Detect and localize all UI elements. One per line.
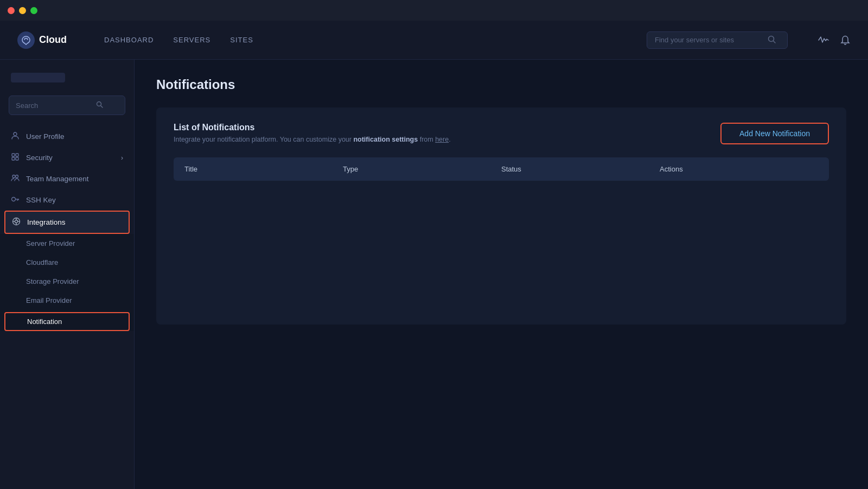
svg-point-16 xyxy=(15,220,18,223)
user-avatar-placeholder xyxy=(11,73,65,82)
svg-point-10 xyxy=(16,175,18,178)
svg-rect-5 xyxy=(12,154,15,156)
team-management-icon xyxy=(11,174,20,184)
panel-header: List of Notifications Integrate your not… xyxy=(174,123,829,144)
panel-title: List of Notifications xyxy=(174,123,451,132)
add-notification-button[interactable]: Add New Notification xyxy=(720,123,829,144)
table-header: Title Type Status Actions xyxy=(174,157,829,181)
sidebar-subitem-email-provider[interactable]: Email Provider xyxy=(0,291,134,310)
global-search[interactable] xyxy=(647,31,788,49)
main-layout: User Profile Security › xyxy=(0,60,868,489)
sidebar-subitem-storage-provider[interactable]: Storage Provider xyxy=(0,272,134,291)
sidebar-subitem-notification[interactable]: Notification xyxy=(4,312,130,331)
svg-point-11 xyxy=(12,198,16,201)
svg-line-3 xyxy=(101,106,103,108)
logo-icon xyxy=(17,31,35,49)
integrations-icon xyxy=(12,217,21,227)
global-search-input[interactable] xyxy=(655,36,763,44)
subitem-label: Cloudflare xyxy=(26,258,58,266)
maximize-button[interactable] xyxy=(30,7,37,14)
svg-line-1 xyxy=(774,41,776,43)
sidebar-item-integrations[interactable]: Integrations xyxy=(4,211,130,234)
sidebar-item-ssh-key[interactable]: SSH Key xyxy=(0,189,134,211)
nav-dashboard[interactable]: DASHBOARD xyxy=(104,36,154,44)
titlebar xyxy=(0,0,868,21)
sidebar-item-label: Security xyxy=(26,154,53,162)
col-status: Status xyxy=(501,165,660,173)
subitem-label: Storage Provider xyxy=(26,277,79,285)
bell-icon[interactable] xyxy=(840,35,851,46)
sidebar-search-icon xyxy=(96,100,103,110)
sidebar-item-label: SSH Key xyxy=(26,196,56,204)
subitem-label: Email Provider xyxy=(26,296,72,304)
table-body xyxy=(174,181,829,289)
nav-icons xyxy=(818,35,851,46)
svg-point-9 xyxy=(12,175,15,178)
minimize-button[interactable] xyxy=(19,7,26,14)
user-profile-icon xyxy=(11,131,20,142)
sidebar-item-team-management[interactable]: Team Management xyxy=(0,168,134,189)
sidebar-item-label: User Profile xyxy=(26,132,65,141)
sidebar-item-security[interactable]: Security › xyxy=(0,147,134,168)
logo[interactable]: Cloud xyxy=(17,31,82,49)
activity-icon[interactable] xyxy=(818,35,829,46)
security-icon xyxy=(11,153,20,163)
svg-rect-8 xyxy=(16,157,18,160)
subitem-label: Notification xyxy=(27,317,62,326)
sidebar-subitem-cloudflare[interactable]: Cloudflare xyxy=(0,253,134,272)
close-button[interactable] xyxy=(8,7,15,14)
ssh-key-icon xyxy=(11,195,20,205)
svg-rect-6 xyxy=(16,154,18,156)
page-title: Notifications xyxy=(156,77,846,92)
sidebar-item-label: Team Management xyxy=(26,175,89,183)
col-title: Title xyxy=(184,165,343,173)
svg-rect-7 xyxy=(12,157,15,160)
col-actions: Actions xyxy=(660,165,818,173)
content-area: Notifications List of Notifications Inte… xyxy=(135,60,868,489)
sidebar-search-input[interactable] xyxy=(16,101,92,110)
col-type: Type xyxy=(343,165,501,173)
sidebar-item-label: Integrations xyxy=(27,218,66,226)
sidebar-item-user-profile[interactable]: User Profile xyxy=(0,126,134,147)
panel-description: Integrate your notification platform. Yo… xyxy=(174,136,451,143)
svg-point-4 xyxy=(14,132,17,136)
panel-info: List of Notifications Integrate your not… xyxy=(174,123,451,143)
logo-text: Cloud xyxy=(39,34,67,46)
sidebar-subitem-server-provider[interactable]: Server Provider xyxy=(0,234,134,253)
notifications-panel: List of Notifications Integrate your not… xyxy=(156,107,846,325)
sidebar-subitems: Server Provider Cloudflare Storage Provi… xyxy=(0,234,134,331)
nav-sites[interactable]: SITES xyxy=(230,36,253,44)
nav-links: DASHBOARD SERVERS SITES xyxy=(104,36,625,44)
topnav: Cloud DASHBOARD SERVERS SITES xyxy=(0,21,868,60)
search-icon xyxy=(768,35,776,45)
sidebar-search[interactable] xyxy=(9,96,125,115)
chevron-right-icon: › xyxy=(121,154,123,162)
nav-servers[interactable]: SERVERS xyxy=(173,36,210,44)
subitem-label: Server Provider xyxy=(26,239,75,247)
here-link[interactable]: here xyxy=(435,136,449,143)
sidebar: User Profile Security › xyxy=(0,60,135,489)
